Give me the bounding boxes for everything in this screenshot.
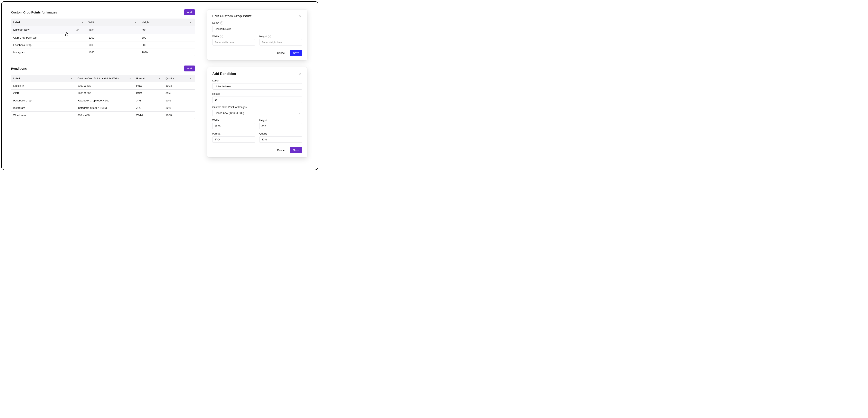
cancel-button[interactable]: Cancel bbox=[274, 147, 288, 153]
cell-label: Instagram bbox=[11, 104, 75, 112]
cell-crop: 600 X 480 bbox=[75, 112, 134, 119]
cell-format: WebP bbox=[134, 112, 164, 119]
cell-crop: 1200 X 800 bbox=[75, 90, 134, 97]
add-rendition-panel: Add Rendition Label Resize 1x ⌄ Custom C… bbox=[207, 67, 307, 158]
renditions-title: Renditions bbox=[11, 67, 27, 70]
renditions-section: Renditions Add Label Custom Crop Point o… bbox=[11, 66, 195, 119]
cell-label: LinkedIn New bbox=[13, 28, 29, 31]
table-row[interactable]: CDB Crop Point test 1200 800 bbox=[11, 34, 195, 41]
cell-width: 1200 bbox=[87, 34, 140, 41]
cancel-button[interactable]: Cancel bbox=[274, 50, 288, 56]
format-select[interactable]: JPG ⌄ bbox=[212, 136, 255, 143]
panel-title: Add Rendition bbox=[212, 72, 236, 76]
cell-height: 630 bbox=[140, 26, 195, 34]
format-label: Format bbox=[212, 132, 255, 135]
cell-quality: 90% bbox=[163, 97, 195, 104]
label-label: Label bbox=[212, 79, 302, 82]
quality-label: Quality bbox=[259, 132, 302, 135]
trash-icon[interactable] bbox=[81, 28, 84, 32]
cell-format: PNG bbox=[134, 82, 164, 90]
cell-label: Instagram bbox=[11, 49, 87, 56]
col-format[interactable]: Format bbox=[134, 75, 164, 82]
col-quality[interactable]: Quality bbox=[163, 75, 195, 82]
cell-quality: 100% bbox=[163, 112, 195, 119]
table-row[interactable]: Wordpress 600 X 480 WebP 100% bbox=[11, 112, 195, 119]
cell-label: Facebook Crop bbox=[11, 97, 75, 104]
crop-points-table: Label Width Height LinkedIn New bbox=[11, 19, 195, 56]
crop-label: Custom Crop Point for Images bbox=[212, 106, 302, 109]
close-icon[interactable] bbox=[299, 72, 302, 76]
height-field[interactable] bbox=[259, 39, 302, 45]
cell-format: PNG bbox=[134, 90, 164, 97]
app-frame: Custom Crop Points for Images Add Label … bbox=[1, 1, 318, 170]
cell-label: CDB bbox=[11, 90, 75, 97]
width-label: Width ? bbox=[212, 35, 255, 38]
width-label: Width bbox=[212, 119, 255, 122]
col-height[interactable]: Height bbox=[140, 19, 195, 26]
cell-height: 500 bbox=[140, 41, 195, 49]
cell-height: 800 bbox=[140, 34, 195, 41]
table-row[interactable]: Facebook Crop 600 500 bbox=[11, 41, 195, 49]
height-label: Height ? bbox=[259, 35, 302, 38]
width-field[interactable] bbox=[212, 39, 255, 45]
cell-quality: 80% bbox=[163, 104, 195, 112]
crop-points-section: Custom Crop Points for Images Add Label … bbox=[11, 9, 195, 56]
save-button[interactable]: Save bbox=[290, 147, 302, 153]
col-label[interactable]: Label bbox=[11, 19, 87, 26]
cell-label: CDB Crop Point test bbox=[11, 34, 87, 41]
crop-points-title: Custom Crop Points for Images bbox=[11, 11, 57, 14]
resize-label: Resize bbox=[212, 93, 302, 95]
cell-quality: 100% bbox=[163, 82, 195, 90]
cell-crop: Instagram (1080 X 1080) bbox=[75, 104, 134, 112]
sort-icon bbox=[135, 22, 136, 23]
add-crop-point-button[interactable]: Add bbox=[184, 9, 195, 15]
cell-width: 1200 bbox=[87, 26, 140, 34]
chevron-down-icon: ⌄ bbox=[298, 99, 300, 101]
close-icon[interactable] bbox=[299, 14, 302, 18]
help-icon[interactable]: ? bbox=[268, 35, 271, 38]
resize-select[interactable]: 1x ⌄ bbox=[212, 97, 302, 103]
cell-width: 1080 bbox=[87, 49, 140, 56]
quality-select[interactable]: 80% ⌄ bbox=[259, 136, 302, 143]
side-panels: Edit Custom Crop Point Name ? Width ? bbox=[207, 9, 307, 158]
sort-icon bbox=[82, 22, 83, 23]
cell-quality: 80% bbox=[163, 90, 195, 97]
chevron-down-icon: ⌄ bbox=[251, 138, 253, 141]
col-crop[interactable]: Custom Crop Point or Height/Width bbox=[75, 75, 134, 82]
renditions-table: Label Custom Crop Point or Height/Width … bbox=[11, 75, 195, 119]
cell-format: JPG bbox=[134, 97, 164, 104]
table-row[interactable]: Linked In 1200 X 630 PNG 100% bbox=[11, 82, 195, 90]
table-row[interactable]: CDB 1200 X 800 PNG 80% bbox=[11, 90, 195, 97]
help-icon[interactable]: ? bbox=[220, 35, 223, 38]
cell-crop: Facebook Crop (600 X 500) bbox=[75, 97, 134, 104]
col-width[interactable]: Width bbox=[87, 19, 140, 26]
name-field[interactable] bbox=[212, 26, 302, 32]
save-button[interactable]: Save bbox=[290, 50, 302, 56]
col-label[interactable]: Label bbox=[11, 75, 75, 82]
help-icon[interactable]: ? bbox=[220, 22, 223, 25]
main-content: Custom Crop Points for Images Add Label … bbox=[11, 9, 195, 128]
table-row[interactable]: Facebook Crop Facebook Crop (600 X 500) … bbox=[11, 97, 195, 104]
sort-icon bbox=[190, 22, 191, 23]
table-row[interactable]: Instagram 1080 1080 bbox=[11, 49, 195, 56]
edit-icon[interactable] bbox=[76, 28, 80, 32]
height-field[interactable] bbox=[259, 123, 302, 129]
edit-crop-point-panel: Edit Custom Crop Point Name ? Width ? bbox=[207, 9, 307, 60]
table-row[interactable]: Instagram Instagram (1080 X 1080) JPG 80… bbox=[11, 104, 195, 112]
crop-select[interactable]: Linked new (1200 X 630) ⌄ bbox=[212, 110, 302, 116]
cell-label: Facebook Crop bbox=[11, 41, 87, 49]
cell-crop: 1200 X 630 bbox=[75, 82, 134, 90]
add-rendition-button[interactable]: Add bbox=[184, 66, 195, 71]
cell-label: Linked In bbox=[11, 82, 75, 90]
cell-width: 600 bbox=[87, 41, 140, 49]
cell-format: JPG bbox=[134, 104, 164, 112]
label-field[interactable] bbox=[212, 83, 302, 90]
width-field[interactable] bbox=[212, 123, 255, 129]
height-label: Height bbox=[259, 119, 302, 122]
panel-title: Edit Custom Crop Point bbox=[212, 14, 251, 18]
chevron-down-icon: ⌄ bbox=[298, 112, 300, 114]
table-row[interactable]: LinkedIn New 1200 630 bbox=[11, 26, 195, 34]
cell-label: Wordpress bbox=[11, 112, 75, 119]
cell-height: 1080 bbox=[140, 49, 195, 56]
name-label: Name ? bbox=[212, 22, 302, 25]
